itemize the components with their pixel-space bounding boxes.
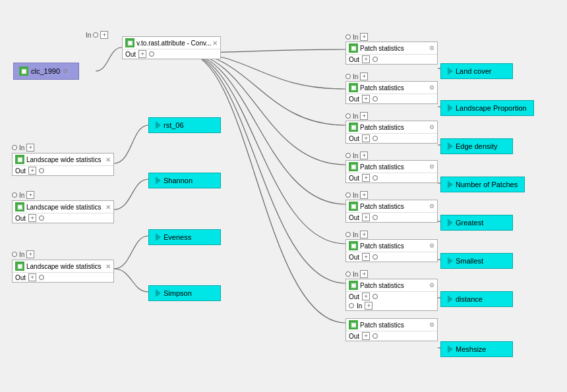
patch7-in2-port[interactable] — [349, 303, 354, 308]
patch3-node: ▣ Patch statistics ⚙ Out + — [345, 121, 438, 144]
landscape1-close-icon[interactable]: ✕ — [105, 156, 111, 163]
landscape3-in-plus[interactable]: + — [26, 250, 34, 258]
patch6-out-port[interactable] — [373, 254, 378, 260]
patch2-in-plus[interactable]: + — [360, 72, 368, 80]
patch4-out-label: Out — [349, 175, 359, 182]
vrast-node: ▣ v.to.rast.attribute - Conv... ✕ Out + — [122, 36, 221, 59]
patch4-out-port[interactable] — [373, 175, 378, 181]
landscape3-label: Landscape wide statistics — [26, 263, 101, 270]
out2-label: Landscape Proportion — [456, 104, 527, 112]
patch5-out-port[interactable] — [373, 215, 378, 220]
patch7-in-plus[interactable]: + — [360, 270, 368, 278]
patch5-out-plus[interactable]: + — [362, 213, 370, 221]
patch4-in-port[interactable] — [345, 153, 351, 158]
patch6-out-plus[interactable]: + — [362, 253, 370, 261]
patch3-in-port[interactable] — [345, 113, 351, 119]
patch6-wrench-icon[interactable]: ⚙ — [429, 242, 434, 249]
patch3-wrench-icon[interactable]: ⚙ — [429, 124, 434, 130]
simpson-arrow — [156, 289, 161, 297]
patch1-out-plus[interactable]: + — [362, 55, 370, 63]
patch4-icon: ▣ — [349, 162, 358, 171]
patch5-label: Patch statistics — [360, 203, 404, 210]
patch4-out-plus[interactable]: + — [362, 174, 370, 182]
patch1-wrench-icon[interactable]: ⚙ — [429, 45, 434, 51]
patch6-label: Patch statistics — [360, 242, 404, 250]
in-plus[interactable]: + — [100, 31, 108, 39]
patch7-node: ▣ Patch statistics ⚙ Out + In + — [345, 279, 438, 311]
patch7-wrench-icon[interactable]: ⚙ — [429, 282, 434, 289]
landscape1-out-port[interactable] — [39, 168, 44, 173]
shannon-arrow — [156, 177, 161, 184]
landscape3-in-port[interactable] — [12, 252, 17, 257]
landscape2-in-port[interactable] — [12, 192, 17, 198]
patch1-out-port[interactable] — [373, 57, 378, 62]
landscape2-out-plus[interactable]: + — [28, 214, 36, 222]
patch8-out-port[interactable] — [373, 333, 378, 339]
patch7-in-port[interactable] — [345, 271, 351, 277]
patch7-label: Patch statistics — [360, 282, 404, 289]
patch3-out-plus[interactable]: + — [362, 134, 370, 142]
patch5-in-port[interactable] — [345, 192, 351, 198]
patch3-in-plus[interactable]: + — [360, 112, 368, 120]
clc1990-label: clc_1990 — [31, 67, 60, 75]
patch3-out-port[interactable] — [373, 136, 378, 141]
landscape3-out-plus[interactable]: + — [28, 273, 36, 281]
landscape1-out-plus[interactable]: + — [28, 167, 36, 175]
patch6-out-row: Out + — [346, 252, 437, 262]
simpson-label: Simpson — [164, 289, 192, 297]
patch1-out-label: Out — [349, 56, 359, 63]
landscape3-out-row: Out + — [13, 273, 113, 282]
out6-label: Smallest — [456, 257, 483, 265]
vrast-out-label: Out — [125, 51, 136, 58]
patch2-out-port[interactable] — [373, 96, 378, 101]
shannon-node: Shannon — [148, 173, 221, 188]
patch1-in-port[interactable] — [345, 34, 351, 40]
patch8-label: Patch statistics — [360, 322, 404, 329]
landscape2-title: ▣ Landscape wide statistics ✕ — [13, 201, 113, 213]
patch5-in-plus[interactable]: + — [360, 191, 368, 199]
landscape1-title: ▣ Landscape wide statistics ✕ — [13, 154, 113, 166]
shannon-label: Shannon — [164, 177, 193, 184]
patch6-icon: ▣ — [349, 241, 358, 250]
patch1-in-plus[interactable]: + — [360, 33, 368, 41]
vrast-label: v.to.rast.attribute - Conv... — [136, 40, 212, 47]
patch8-out-plus[interactable]: + — [362, 332, 370, 340]
out3-node: Edge density — [440, 138, 513, 154]
landscape2-close-icon[interactable]: ✕ — [105, 204, 111, 211]
landscape1-in-plus[interactable]: + — [26, 144, 34, 152]
patch8-wrench-icon[interactable]: ⚙ — [429, 322, 434, 328]
clc1990-wrench-icon[interactable]: ⚙ — [63, 68, 68, 74]
landscape2-label: Landscape wide statistics — [26, 204, 101, 211]
landscape1-in-port[interactable] — [12, 145, 17, 150]
patch2-out-row: Out + — [346, 94, 437, 103]
patch6-in-port[interactable] — [345, 232, 351, 237]
patch5-wrench-icon[interactable]: ⚙ — [429, 203, 434, 210]
out6-arrow — [448, 257, 453, 265]
landscape2-out-port[interactable] — [39, 215, 44, 221]
landscape3-out-port[interactable] — [39, 275, 44, 280]
landscape2-in-row: In + — [12, 191, 34, 199]
patch2-out-plus[interactable]: + — [362, 95, 370, 103]
patch7-out-plus[interactable]: + — [362, 293, 370, 300]
patch2-title: ▣ Patch statistics ⚙ — [346, 82, 437, 94]
patch4-in-plus[interactable]: + — [360, 152, 368, 159]
patch1-title: ▣ Patch statistics ⚙ — [346, 42, 437, 55]
patch1-in-row: In + — [345, 33, 368, 41]
vrast-close-icon[interactable]: ✕ — [212, 40, 218, 47]
landscape2-in-plus[interactable]: + — [26, 191, 34, 199]
vrast-out-plus[interactable]: + — [138, 50, 146, 58]
patch3-in-row: In + — [345, 112, 368, 120]
landscape3-close-icon[interactable]: ✕ — [105, 263, 111, 270]
in-port[interactable] — [93, 32, 98, 38]
landscape1-out-label: Out — [15, 167, 26, 175]
patch2-wrench-icon[interactable]: ⚙ — [429, 84, 434, 91]
patch6-in-plus[interactable]: + — [360, 231, 368, 238]
patch3-title: ▣ Patch statistics ⚙ — [346, 121, 437, 134]
out4-label: Number of Patches — [456, 181, 518, 188]
patch2-in-port[interactable] — [345, 74, 351, 79]
patch7-out-port[interactable] — [373, 294, 378, 299]
patch7-in2-plus[interactable]: + — [365, 302, 373, 310]
landscape2-icon: ▣ — [15, 202, 24, 211]
vrast-out-port[interactable] — [149, 51, 154, 57]
patch4-wrench-icon[interactable]: ⚙ — [429, 163, 434, 170]
